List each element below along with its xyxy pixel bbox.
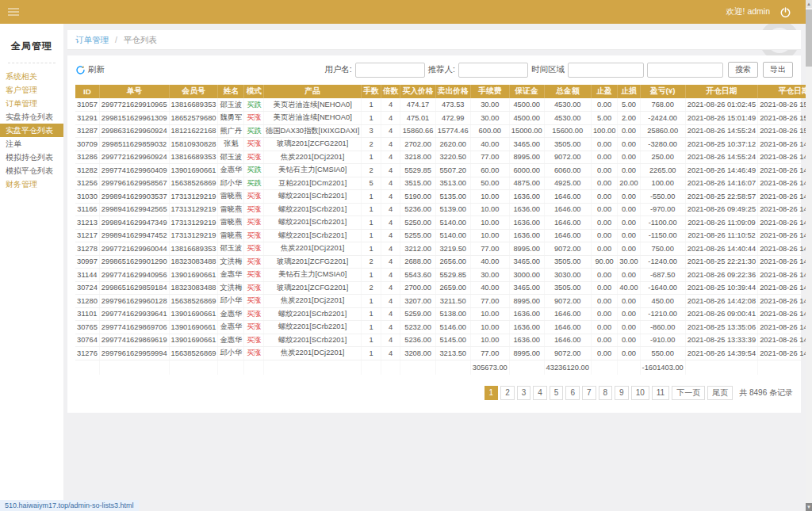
page-button-11[interactable]: 11 (652, 386, 669, 400)
table-row: 31291299815162996130918652579680魏勇军买涨美页岩… (75, 112, 812, 125)
breadcrumb-parent-link[interactable]: 订单管理 (75, 35, 109, 44)
page-button-8[interactable]: 8 (599, 386, 613, 400)
cell-tp: 0.00 (591, 177, 617, 190)
search-button[interactable]: 搜索 (728, 62, 758, 78)
scroll-down-icon[interactable]: ▼ (806, 503, 812, 511)
cell-member: 17313129219 (169, 216, 218, 230)
last-page-button[interactable]: 尾页 (707, 386, 733, 400)
referrer-input[interactable] (458, 63, 528, 78)
cell-member: 13816689353 (169, 98, 218, 112)
cell-order: 2997721629910965 (99, 98, 169, 112)
cell-id: 31278 (75, 242, 99, 256)
cell-id: 31144 (75, 269, 99, 282)
cell-open: 2021-08-25 22:58:57 (685, 190, 757, 204)
cell-name: 雷晓燕 (218, 203, 244, 216)
cell-close: 2021-08-26 15:09:47 (758, 112, 812, 125)
cell-margin: 1636.00 (509, 216, 544, 230)
cell-lots: 2 (362, 281, 381, 295)
cell-product: 玻璃2201[ZCFG2201] (263, 138, 361, 151)
breadcrumb: 订单管理 / 平仓列表 (67, 30, 801, 50)
cell-margin: 1636.00 (509, 307, 544, 321)
scrollbar-thumb[interactable] (806, 10, 812, 67)
cell-sl: 30.00 (618, 255, 640, 269)
cell-mult: 4 (381, 229, 400, 242)
cell-sell: 5139.00 (435, 203, 470, 216)
sidebar-item-注单[interactable]: 注单 (0, 137, 63, 151)
sidebar-item-系统相关[interactable]: 系统相关 (0, 70, 63, 83)
scroll-up-icon[interactable]: ▲ (806, 0, 812, 8)
cell-tp: 0.00 (591, 190, 617, 204)
cell-tp: 0.00 (591, 281, 617, 295)
cell-product: 美钻石主力[CMSIA0] (263, 164, 361, 177)
table-row: 31256299796162995856715638526869邱小华买跌豆粕2… (75, 177, 812, 190)
sidebar-item-实盘持仓列表[interactable]: 实盘持仓列表 (0, 110, 63, 124)
page-button-2[interactable]: 2 (500, 386, 515, 400)
page-button-4[interactable]: 4 (533, 386, 547, 400)
sidebar-item-客户管理[interactable]: 客户管理 (0, 83, 63, 97)
table-row: 31217299894162994745217313129219雷晓燕买涨螺纹2… (75, 229, 812, 242)
vertical-scrollbar[interactable]: ▲ ▼ (806, 0, 812, 511)
cell-name: 邱小华 (218, 177, 244, 190)
cell-buy: 5259.00 (400, 307, 435, 321)
breadcrumb-separator: / (115, 35, 117, 44)
page-button-5[interactable]: 5 (550, 386, 564, 400)
refresh-button[interactable]: 刷新 (75, 64, 105, 75)
breadcrumb-current: 平仓列表 (124, 35, 157, 44)
column-header-ID: ID (75, 85, 99, 98)
cell-sell: 3220.50 (435, 151, 470, 164)
table-row: 31057299772162991096513816689353邵玉波买跌美页岩… (75, 98, 812, 112)
cell-close: 2021-08-26 14:50:54 (758, 229, 812, 242)
cell-pl: 550.00 (640, 347, 685, 360)
page-button-7[interactable]: 7 (582, 386, 596, 400)
summary-fee-total: 305673.00 (470, 360, 509, 375)
sidebar-item-财务管理[interactable]: 财务管理 (0, 177, 63, 191)
column-header-倍数: 倍数 (381, 85, 400, 98)
status-link: 510.haiwaiym17.top/admin-so-lists3.html (0, 500, 139, 511)
sidebar-item-订单管理[interactable]: 订单管理 (0, 97, 63, 110)
cell-sell: 5138.00 (435, 307, 470, 321)
sidebar-item-实盘平仓列表[interactable]: 实盘平仓列表 (0, 124, 63, 137)
cell-total: 1646.00 (544, 307, 591, 321)
cell-id: 31256 (75, 177, 99, 190)
page-button-6[interactable]: 6 (565, 386, 580, 400)
next-page-button[interactable]: 下一页 (672, 386, 705, 400)
cell-name: 雷晓燕 (218, 229, 244, 242)
page-button-3[interactable]: 3 (517, 386, 531, 400)
cell-order: 2998651629859184 (99, 281, 169, 295)
cell-pl: -1150.00 (640, 229, 685, 242)
total-records: 共 8496 条记录 (739, 387, 793, 399)
sidebar-item-模拟平仓列表[interactable]: 模拟平仓列表 (0, 164, 63, 177)
time-start-input[interactable] (568, 63, 644, 78)
logout-power-icon[interactable] (779, 6, 791, 18)
cell-order: 2997721629960924 (99, 151, 169, 164)
export-button[interactable]: 导出 (763, 62, 793, 78)
cell-order: 2997741629869706 (99, 321, 169, 334)
cell-mode: 买涨 (244, 269, 264, 282)
cell-lots: 2 (362, 138, 381, 151)
cell-name: 邱小华 (218, 295, 244, 308)
cell-member: 18323083488 (169, 255, 218, 269)
cell-sl: 0.00 (618, 347, 640, 360)
cell-mult: 4 (381, 242, 400, 256)
cell-sl: 0.00 (618, 307, 640, 321)
cell-name: 魏勇军 (218, 112, 244, 125)
cell-lots: 1 (362, 112, 381, 125)
cell-tp: 0.00 (591, 242, 617, 256)
username-input[interactable] (355, 63, 425, 78)
cell-open: 2021-08-26 14:40:44 (685, 242, 757, 256)
cell-fee: 10.00 (470, 334, 509, 347)
cell-total: 1646.00 (544, 229, 591, 242)
cell-lots: 1 (362, 98, 381, 112)
cell-pl: -910.00 (640, 334, 685, 347)
cell-pl: -1100.00 (640, 216, 685, 230)
sidebar-item-模拟持仓列表[interactable]: 模拟持仓列表 (0, 151, 63, 164)
cell-sell: 473.53 (435, 98, 470, 112)
cell-sl: 0.00 (618, 190, 640, 204)
cell-buy: 5236.00 (400, 334, 435, 347)
time-end-input[interactable] (647, 63, 723, 78)
cell-open: 2021-08-25 10:39:44 (685, 281, 757, 295)
page-button-10[interactable]: 10 (631, 386, 649, 400)
page-button-1[interactable]: 1 (485, 386, 499, 400)
hamburger-menu-icon[interactable] (8, 6, 19, 17)
page-button-9[interactable]: 9 (615, 386, 629, 400)
